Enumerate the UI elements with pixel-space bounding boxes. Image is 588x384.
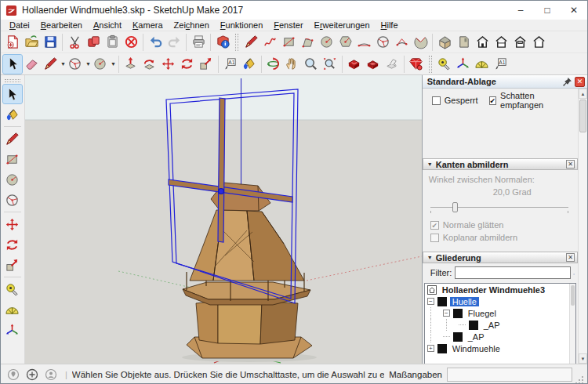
left-select-tool[interactable] <box>3 85 22 103</box>
text-tool[interactable]: A1 <box>492 55 510 74</box>
view-front-button[interactable] <box>473 33 492 52</box>
toolbar-grip[interactable] <box>235 34 238 51</box>
paint-bucket-tool[interactable] <box>240 55 259 74</box>
copy-button[interactable] <box>84 33 103 52</box>
tray-close-button[interactable]: ✕ <box>575 77 585 87</box>
sign-in-icon[interactable] <box>45 368 57 381</box>
protractor-tool[interactable] <box>473 55 492 74</box>
left-scale-tool[interactable] <box>3 255 22 274</box>
open-button[interactable] <box>22 33 41 52</box>
move-tool[interactable] <box>159 55 178 74</box>
scale-tool[interactable] <box>197 55 216 74</box>
menu-ansicht[interactable]: Ansicht <box>88 20 127 30</box>
arc-tool-flyout-arrow-icon[interactable]: ▼ <box>85 61 91 67</box>
tree-scrollbar[interactable] <box>569 284 575 364</box>
collapse-arrow-icon[interactable]: ▼ <box>427 255 433 260</box>
toggle-terrain-button[interactable] <box>364 55 383 74</box>
tree-scroll-thumb[interactable] <box>571 285 575 306</box>
follow-me-tool[interactable] <box>140 55 159 74</box>
line-tool-flyout-arrow-icon[interactable]: ▼ <box>60 61 66 67</box>
scroll-up-icon[interactable]: ▲ <box>579 89 587 99</box>
menu-zeichnen[interactable]: Zeichnen <box>169 20 215 30</box>
filter-input[interactable] <box>455 266 571 279</box>
model-info-button[interactable] <box>213 33 232 52</box>
left-circle-tool[interactable] <box>3 170 22 189</box>
rectangle-tool[interactable] <box>279 33 298 52</box>
view-top-button[interactable] <box>454 33 473 52</box>
menu-fenster[interactable]: Fenster <box>268 20 308 30</box>
slider-thumb[interactable] <box>452 202 458 212</box>
soften-edges-header[interactable]: ▼ Kanten abmildern ✕ <box>423 158 578 170</box>
left-axes-tool[interactable] <box>3 321 22 339</box>
line-tool[interactable] <box>241 33 260 52</box>
axes-tool[interactable] <box>454 55 473 74</box>
rotate-tool[interactable] <box>178 55 197 74</box>
tree-item-huelle[interactable]: −Huelle <box>425 295 575 307</box>
tree-item--ap[interactable]: _AP <box>425 331 575 342</box>
freehand-tool[interactable] <box>260 33 279 52</box>
polygon-tool[interactable] <box>336 33 354 52</box>
two-point-arc-tool[interactable] <box>373 33 392 52</box>
tree-item--ap[interactable]: _AP <box>425 319 575 331</box>
line-tool-flyout[interactable] <box>41 55 60 74</box>
arc-tool[interactable] <box>354 33 373 52</box>
left-protractor-tool[interactable] <box>3 300 22 319</box>
tree-item-windmuehle[interactable]: +Windmuehle <box>425 342 575 354</box>
model-viewport[interactable] <box>25 75 422 364</box>
left-tape-measure-tool[interactable] <box>3 280 22 299</box>
three-point-arc-tool[interactable] <box>392 33 411 52</box>
view-left-button[interactable] <box>529 33 548 52</box>
minimize-button[interactable]: – <box>507 1 534 20</box>
tray-header[interactable]: Standard-Ablage ✕ <box>423 75 587 89</box>
arc-tool-flyout[interactable] <box>66 55 85 74</box>
tray-scrollbar[interactable]: ▲ ▼ <box>578 89 587 364</box>
outliner-close-icon[interactable]: ✕ <box>566 253 575 262</box>
left-rotate-tool[interactable] <box>3 235 22 254</box>
geolocation-icon[interactable] <box>7 368 20 381</box>
menu-hilfe[interactable]: Hilfe <box>376 20 404 30</box>
viewport-canvas[interactable] <box>25 75 422 364</box>
menu-kamera[interactable]: Kamera <box>127 20 169 30</box>
zoom-tool[interactable] <box>302 55 321 74</box>
filter-apply-icon[interactable] <box>573 267 575 279</box>
circle-tool[interactable] <box>317 33 336 52</box>
select-tool[interactable] <box>3 55 22 74</box>
menu-erweiterungen[interactable]: Erweiterungen <box>309 20 376 30</box>
print-button[interactable] <box>189 33 208 52</box>
close-button[interactable]: ✕ <box>561 1 587 20</box>
shapes-tool-flyout-arrow-icon[interactable]: ▼ <box>111 61 116 67</box>
paste-button[interactable] <box>103 33 122 52</box>
maximize-button[interactable]: □ <box>534 1 561 20</box>
toolbar-grip[interactable] <box>5 79 20 82</box>
left-move-tool[interactable] <box>3 215 22 234</box>
left-line-tool[interactable] <box>3 129 22 148</box>
checkbox-schatten-empfangen[interactable]: ✔Schatten empfangen <box>489 91 567 110</box>
toolbar-grip[interactable] <box>429 56 432 73</box>
collapse-arrow-icon[interactable]: ▼ <box>427 161 433 167</box>
measurements-input[interactable] <box>447 368 572 382</box>
undo-button[interactable] <box>146 33 165 52</box>
view-iso-button[interactable] <box>435 33 454 52</box>
menu-funktionen[interactable]: Funktionen <box>215 20 268 30</box>
photo-textures-button[interactable] <box>383 55 401 74</box>
dimension-tool[interactable]: A1 <box>221 55 240 74</box>
checkbox-gesperrt[interactable]: Gesperrt <box>432 91 478 110</box>
pan-tool[interactable] <box>283 55 302 74</box>
pie-tool[interactable] <box>411 33 430 52</box>
eraser-tool[interactable] <box>22 55 41 74</box>
view-right-button[interactable] <box>492 33 510 52</box>
credits-icon[interactable] <box>26 368 38 381</box>
redo-button[interactable] <box>165 33 183 52</box>
expand-icon[interactable]: + <box>427 345 434 352</box>
pin-icon[interactable] <box>562 77 572 87</box>
left-rectangle-tool[interactable] <box>3 150 22 168</box>
scroll-thumb[interactable] <box>579 100 586 132</box>
angle-slider[interactable] <box>430 201 568 214</box>
push-pull-tool[interactable] <box>122 55 140 74</box>
tape-measure-tool[interactable] <box>435 55 454 74</box>
menu-bearbeiten[interactable]: Bearbeiten <box>35 20 88 30</box>
view-back-button[interactable] <box>510 33 529 52</box>
rotated-rectangle-tool[interactable] <box>298 33 317 52</box>
collapse-icon[interactable]: − <box>443 310 450 317</box>
tree-item-fluegel[interactable]: −Fluegel <box>425 307 575 319</box>
